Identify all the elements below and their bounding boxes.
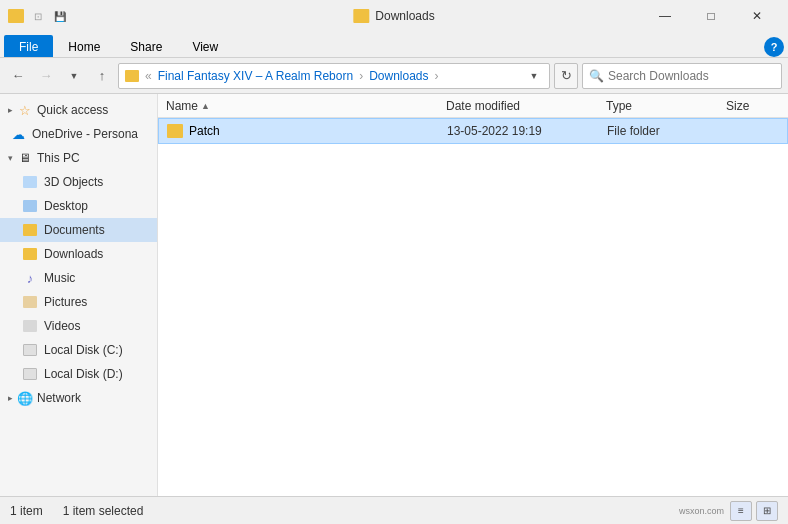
save-icon: 💾 — [52, 8, 68, 24]
sidebar-label-music: Music — [44, 271, 75, 285]
sidebar-label-local-disk-d: Local Disk (D:) — [44, 367, 123, 381]
close-button[interactable]: ✕ — [734, 0, 780, 32]
col-header-name[interactable]: Name ▲ — [166, 99, 446, 113]
chevron-pc-icon: ▾ — [8, 153, 13, 163]
search-input[interactable] — [608, 69, 775, 83]
col-header-type[interactable]: Type — [606, 99, 726, 113]
sidebar-item-onedrive[interactable]: ☁ OneDrive - Persona — [0, 122, 157, 146]
sidebar-label-pictures: Pictures — [44, 295, 87, 309]
breadcrumb-sep1: « — [145, 69, 152, 83]
sidebar-item-videos[interactable]: Videos — [0, 314, 157, 338]
minimize-button[interactable]: — — [642, 0, 688, 32]
disk-c-icon — [22, 342, 38, 358]
folder-downloads-icon — [22, 246, 38, 262]
back-button[interactable]: ← — [6, 64, 30, 88]
sidebar-label-onedrive: OneDrive - Persona — [32, 127, 138, 141]
refresh-button[interactable]: ↻ — [554, 63, 578, 89]
toolbar: ← → ▼ ↑ « Final Fantasy XIV – A Realm Re… — [0, 58, 788, 94]
sidebar-label-downloads: Downloads — [44, 247, 103, 261]
videos-icon — [22, 318, 38, 334]
file-name-cell: Patch — [167, 124, 447, 138]
pc-icon: 🖥 — [17, 150, 33, 166]
column-headers: Name ▲ Date modified Type Size — [158, 94, 788, 118]
file-date-cell: 13-05-2022 19:19 — [447, 124, 607, 138]
selected-count: 1 item selected — [63, 504, 144, 518]
ribbon-tabs: File Home Share View ? — [0, 32, 788, 58]
address-dropdown-button[interactable]: ▼ — [525, 64, 543, 88]
sidebar: ▸ ☆ Quick access ☁ OneDrive - Persona ▾ … — [0, 94, 158, 496]
forward-button[interactable]: → — [34, 64, 58, 88]
folder-desktop-icon — [22, 198, 38, 214]
sidebar-label-local-disk-c: Local Disk (C:) — [44, 343, 123, 357]
ribbon-expand: ? — [760, 37, 788, 57]
tab-file[interactable]: File — [4, 35, 53, 57]
sidebar-item-local-disk-d[interactable]: Local Disk (D:) — [0, 362, 157, 386]
sidebar-label-3d-objects: 3D Objects — [44, 175, 103, 189]
sidebar-label-desktop: Desktop — [44, 199, 88, 213]
address-folder-icon — [125, 70, 139, 82]
col-header-date[interactable]: Date modified — [446, 99, 606, 113]
folder-docs-icon — [22, 222, 38, 238]
search-box[interactable]: 🔍 — [582, 63, 782, 89]
table-row[interactable]: Patch 13-05-2022 19:19 File folder — [158, 118, 788, 144]
disk-d-icon — [22, 366, 38, 382]
view-controls: wsxon.com ≡ ⊞ — [679, 501, 778, 521]
sidebar-item-quick-access[interactable]: ▸ ☆ Quick access — [0, 98, 157, 122]
cloud-icon: ☁ — [10, 126, 26, 142]
chevron-icon: ▸ — [8, 105, 13, 115]
file-folder-icon — [167, 124, 183, 138]
sidebar-item-network[interactable]: ▸ 🌐 Network — [0, 386, 157, 410]
breadcrumb-arrow2: › — [435, 69, 439, 83]
breadcrumb-arrow1: › — [359, 69, 363, 83]
pictures-icon — [22, 294, 38, 310]
tab-share[interactable]: Share — [115, 35, 177, 57]
sidebar-item-3d-objects[interactable]: 3D Objects — [0, 170, 157, 194]
sidebar-item-downloads[interactable]: Downloads — [0, 242, 157, 266]
up-button[interactable]: ↑ — [90, 64, 114, 88]
view-list-button[interactable]: ≡ — [730, 501, 752, 521]
item-count: 1 item — [10, 504, 43, 518]
breadcrumb-downloads[interactable]: Downloads — [369, 69, 428, 83]
music-icon: ♪ — [22, 270, 38, 286]
title-folder-icon — [353, 9, 369, 23]
recent-button[interactable]: ▼ — [62, 64, 86, 88]
sidebar-label-this-pc: This PC — [37, 151, 80, 165]
chevron-network-icon: ▸ — [8, 393, 13, 403]
tab-view[interactable]: View — [177, 35, 233, 57]
quick-access-icon: ⊡ — [30, 8, 46, 24]
tab-home[interactable]: Home — [53, 35, 115, 57]
title-bar-icons: ⊡ 💾 — [8, 8, 68, 24]
sidebar-item-documents[interactable]: Documents — [0, 218, 157, 242]
sort-arrow-icon: ▲ — [201, 101, 210, 111]
star-icon: ☆ — [17, 102, 33, 118]
sidebar-label-videos: Videos — [44, 319, 80, 333]
sidebar-item-pictures[interactable]: Pictures — [0, 290, 157, 314]
sidebar-item-music[interactable]: ♪ Music — [0, 266, 157, 290]
folder-3d-icon — [22, 174, 38, 190]
view-grid-button[interactable]: ⊞ — [756, 501, 778, 521]
wsxon-logo: wsxon.com — [679, 506, 724, 516]
search-icon: 🔍 — [589, 69, 604, 83]
sidebar-item-desktop[interactable]: Desktop — [0, 194, 157, 218]
sidebar-label-quick-access: Quick access — [37, 103, 108, 117]
breadcrumb-ffxiv[interactable]: Final Fantasy XIV – A Realm Reborn — [158, 69, 353, 83]
status-bar: 1 item 1 item selected wsxon.com ≡ ⊞ — [0, 496, 788, 524]
help-button[interactable]: ? — [764, 37, 784, 57]
sidebar-item-this-pc[interactable]: ▾ 🖥 This PC — [0, 146, 157, 170]
address-bar[interactable]: « Final Fantasy XIV – A Realm Reborn › D… — [118, 63, 550, 89]
main-area: ▸ ☆ Quick access ☁ OneDrive - Persona ▾ … — [0, 94, 788, 496]
file-area: Name ▲ Date modified Type Size Patch 13-… — [158, 94, 788, 496]
empty-file-area[interactable] — [158, 144, 788, 496]
file-type-cell: File folder — [607, 124, 727, 138]
title-bar: ⊡ 💾 Downloads — □ ✕ — [0, 0, 788, 32]
network-icon: 🌐 — [17, 390, 33, 406]
sidebar-label-documents: Documents — [44, 223, 105, 237]
window-title: Downloads — [353, 9, 434, 23]
system-icon — [8, 8, 24, 24]
sidebar-label-network: Network — [37, 391, 81, 405]
col-header-size[interactable]: Size — [726, 99, 780, 113]
sidebar-item-local-disk-c[interactable]: Local Disk (C:) — [0, 338, 157, 362]
window-controls: — □ ✕ — [642, 0, 780, 32]
maximize-button[interactable]: □ — [688, 0, 734, 32]
